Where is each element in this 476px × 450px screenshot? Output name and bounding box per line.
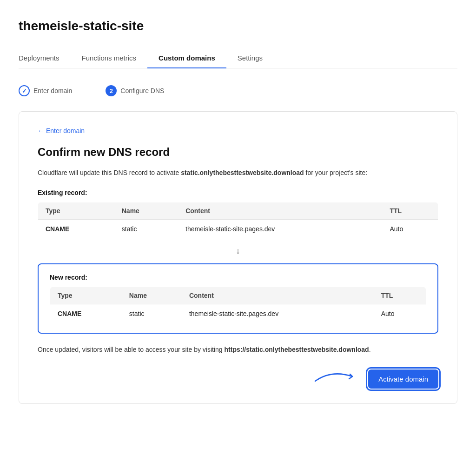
new-name: static <box>122 304 182 323</box>
tab-functions-metrics[interactable]: Functions metrics <box>71 48 148 68</box>
action-row: Activate domain <box>38 369 438 389</box>
existing-col-ttl: TTL <box>382 202 438 220</box>
footer-url: https://static.onlythebesttestwebsite.do… <box>225 346 369 353</box>
existing-name: static <box>114 220 178 239</box>
page-title: themeisle-static-site <box>19 19 457 34</box>
new-record-box: New record: Type Name Content TTL CNAME … <box>38 263 438 334</box>
step-2-circle: 2 <box>106 85 117 96</box>
main-card: ← Enter domain Confirm new DNS record Cl… <box>19 111 457 404</box>
stepper: ✓ Enter domain 2 Configure DNS <box>19 85 457 96</box>
existing-col-type: Type <box>38 202 114 220</box>
existing-type: CNAME <box>38 220 114 239</box>
new-record-label: New record: <box>50 274 426 281</box>
footer-text: Once updated, visitors will be able to a… <box>38 345 438 355</box>
down-arrow: ↓ <box>38 246 438 256</box>
new-table-row: CNAME static themeisle-static-site.pages… <box>50 304 426 323</box>
step-1-label: Enter domain <box>33 87 72 94</box>
existing-col-content: Content <box>178 202 382 220</box>
existing-record-label: Existing record: <box>38 189 438 196</box>
step-1-circle: ✓ <box>19 85 30 96</box>
step-1: ✓ Enter domain <box>19 85 72 96</box>
new-col-ttl: TTL <box>374 287 426 304</box>
new-col-content: Content <box>182 287 374 304</box>
new-dns-table: Type Name Content TTL CNAME static theme… <box>50 287 426 323</box>
description-before: Cloudflare will update this DNS record t… <box>38 169 181 176</box>
existing-ttl: Auto <box>382 220 438 239</box>
footer-before: Once updated, visitors will be able to a… <box>38 346 225 353</box>
card-title: Confirm new DNS record <box>38 146 438 159</box>
new-type: CNAME <box>50 304 122 323</box>
tab-deployments[interactable]: Deployments <box>19 48 71 68</box>
existing-col-name: Name <box>114 202 178 220</box>
step-2-label: Configure DNS <box>120 87 164 94</box>
tab-custom-domains[interactable]: Custom domains <box>147 48 226 68</box>
new-col-name: Name <box>122 287 182 304</box>
new-col-type: Type <box>50 287 122 304</box>
new-content: themeisle-static-site.pages.dev <box>182 304 374 323</box>
back-link[interactable]: ← Enter domain <box>38 127 85 134</box>
description: Cloudflare will update this DNS record t… <box>38 168 438 178</box>
step-line <box>79 91 98 91</box>
existing-table-row: CNAME static themeisle-static-site.pages… <box>38 220 438 239</box>
description-after: for your project's site: <box>304 169 368 176</box>
arrow-annotation <box>313 367 359 388</box>
tab-settings[interactable]: Settings <box>226 48 274 68</box>
domain-highlight: static.onlythebesttestwebsite.download <box>181 169 304 176</box>
existing-dns-table: Type Name Content TTL CNAME static theme… <box>38 202 438 239</box>
new-ttl: Auto <box>374 304 426 323</box>
footer-after: . <box>369 346 371 353</box>
tab-bar: Deployments Functions metrics Custom dom… <box>19 48 457 68</box>
existing-content: themeisle-static-site.pages.dev <box>178 220 382 239</box>
activate-domain-button[interactable]: Activate domain <box>368 369 438 389</box>
step-2: 2 Configure DNS <box>106 85 164 96</box>
